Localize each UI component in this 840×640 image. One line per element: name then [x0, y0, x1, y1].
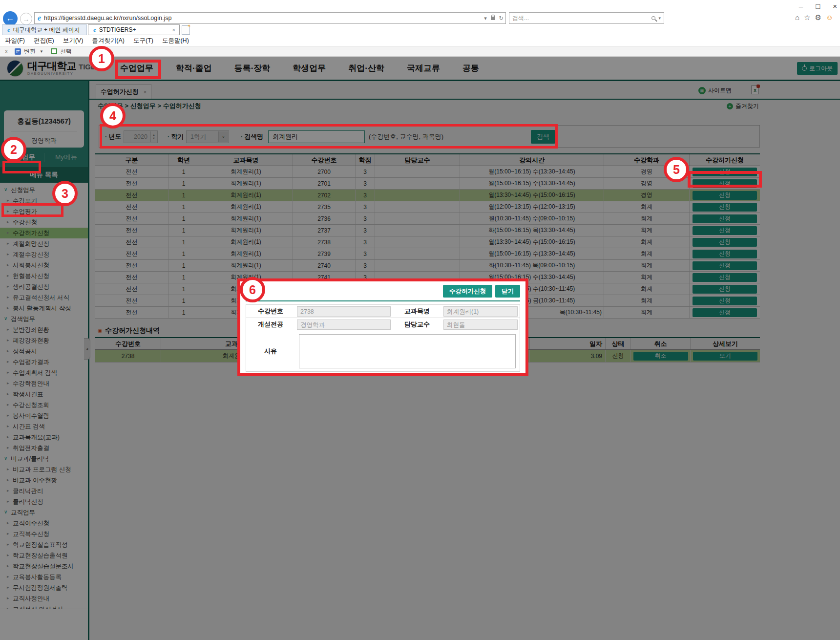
tigers-app: 대구대학교TIGERS+ DAEGUUNIVERSITY 수업업무학적·졸업등록…: [0, 57, 840, 640]
favorites-star-icon[interactable]: ☆: [804, 13, 810, 22]
ie-icon: e: [7, 26, 10, 34]
forward-button[interactable]: →: [20, 13, 32, 25]
modal-major-field: 경영학과: [297, 320, 391, 330]
tab-label: STDTIGERS+: [99, 26, 136, 33]
modal-professor-field: 최현돌: [443, 320, 518, 330]
search-dropdown-icon[interactable]: ▾: [658, 16, 661, 21]
ie-icon: e: [93, 26, 96, 34]
search-icon[interactable]: [651, 16, 655, 20]
tab-label: 대구대학교 + 메인 페이지: [13, 26, 80, 34]
home-icon[interactable]: ⌂: [795, 13, 799, 22]
permission-request-modal: 수강허가신청 닫기 수강번호 2738 교과목명 회계원리(1) 개설전공 경영…: [237, 278, 528, 376]
search-placeholder: 검색...: [512, 14, 529, 22]
divider: [246, 300, 520, 301]
convert-button[interactable]: 변환: [24, 47, 36, 56]
modal-subject-label: 교과목명: [393, 304, 441, 318]
browser-tab-stdtigers[interactable]: e STDTIGERS+ ×: [88, 24, 180, 35]
select-button[interactable]: 선택: [60, 47, 72, 56]
autocomplete-dropdown-icon[interactable]: ▾: [484, 15, 487, 21]
browser-chrome: – □ × ← → e https://tigersstd.daegu.ac.k…: [0, 0, 840, 57]
modal-subject-field: 회계원리(1): [443, 306, 518, 317]
menu-item[interactable]: 즐겨찾기(A): [92, 37, 125, 45]
menu-item[interactable]: 도구(T): [133, 37, 153, 45]
browser-search-input[interactable]: 검색... ▾: [509, 12, 664, 24]
menu-item[interactable]: 편집(E): [34, 37, 54, 45]
browser-tabstrip: e 대구대학교 + 메인 페이지 e STDTIGERS+ ×: [0, 24, 840, 35]
gear-icon[interactable]: ⚙: [815, 13, 821, 22]
select-icon: [51, 48, 57, 54]
modal-apply-button[interactable]: 수강허가신청: [443, 285, 492, 298]
tab-close-icon[interactable]: ×: [172, 27, 175, 33]
back-button[interactable]: ←: [3, 11, 18, 26]
modal-reason-textarea[interactable]: [299, 334, 516, 368]
smiley-icon[interactable]: ☺: [826, 13, 833, 22]
ie-icon: e: [38, 14, 41, 22]
refresh-icon[interactable]: ↻: [499, 15, 504, 21]
modal-professor-label: 담당교수: [393, 318, 441, 331]
addon-toolbar: x ⇄ 변환 ▼ 선택: [0, 46, 840, 57]
menu-item[interactable]: 보기(V): [63, 37, 84, 45]
modal-reason-label: 사유: [246, 331, 295, 371]
menu-item[interactable]: 도움말(H): [162, 37, 189, 45]
menu-item[interactable]: 파일(F): [5, 37, 25, 45]
new-tab-button[interactable]: [182, 25, 190, 35]
url-text[interactable]: https://tigersstd.daegu.ac.kr/nxrun/ssoL…: [44, 15, 171, 21]
modal-close-button[interactable]: 닫기: [495, 285, 520, 298]
convert-dropdown-icon[interactable]: ▼: [40, 49, 43, 54]
browser-menubar: 파일(F)편집(E)보기(V)즐겨찾기(A)도구(T)도움말(H): [0, 35, 840, 46]
toolbar-close-icon[interactable]: x: [5, 48, 8, 55]
browser-tab-main-page[interactable]: e 대구대학교 + 메인 페이지: [2, 24, 87, 35]
modal-code-field: 2738: [297, 306, 391, 317]
window-minimize-button[interactable]: –: [799, 2, 803, 10]
address-bar[interactable]: e https://tigersstd.daegu.ac.kr/nxrun/ss…: [34, 12, 506, 24]
window-maximize-button[interactable]: □: [816, 2, 820, 10]
lock-icon: [491, 17, 495, 20]
convert-icon: ⇄: [15, 48, 21, 55]
modal-code-label: 수강번호: [246, 304, 295, 318]
window-close-button[interactable]: ×: [833, 2, 837, 10]
modal-major-label: 개설전공: [246, 318, 295, 331]
